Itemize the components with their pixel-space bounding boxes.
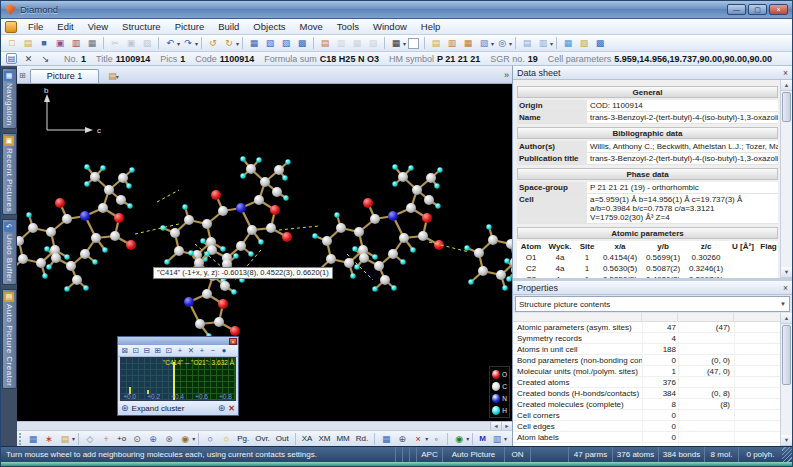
scroll-up-icon[interactable]: ▲ [781,80,792,91]
scroll-down-icon[interactable]: ▼ [781,435,792,446]
menu-edit[interactable]: Edit [50,20,80,33]
properties-scrollbar[interactable]: ▲ ▼ [780,313,792,446]
bond-tool-icon[interactable]: ∘ [429,432,443,446]
scrollbar-thumb[interactable] [782,325,791,385]
dropdown-caret-icon[interactable]: ▾ [466,435,469,442]
add-neighbours-icon[interactable]: + [175,346,185,356]
atomic-table-row[interactable]: O14a10.4154(4)0.5699(1)0.30260 [517,252,778,263]
stop-icon[interactable]: ✕ [228,404,235,413]
picture-template-icon[interactable]: ▤ [58,432,72,446]
close-button[interactable]: × [769,4,788,15]
reduce-cluster-icon[interactable]: ⊟ [142,346,152,356]
view-pane-left-icon[interactable]: ▤ [520,36,534,50]
fill-unit-cell-icon[interactable]: ⊗ [162,432,176,446]
molecule-rendering[interactable]: bc [17,84,512,421]
pointer-mode-icon[interactable]: ◎ [495,36,509,50]
decrease-radius-icon[interactable]: − [208,346,218,356]
tab-picture-1[interactable]: Picture 1 [30,69,100,83]
delete-mode-icon[interactable]: × [411,432,425,446]
dropdown-caret-icon[interactable]: ▾ [177,40,180,47]
new-picture-button[interactable]: ▤▾ [105,71,122,81]
auto-picture-icon[interactable]: ⊛ [218,403,226,413]
sidebar-tab-undo-buffer[interactable]: ↶Undo Buffer [2,219,17,285]
cut-icon[interactable]: ✂ [108,36,122,50]
frame-cluster-icon[interactable]: ⊡ [164,346,174,356]
settings-gear-icon[interactable]: ⊛ [121,403,129,413]
redo-icon[interactable]: ↷ [181,36,195,50]
dropdown-caret-icon[interactable]: ▾ [509,40,512,47]
save-icon[interactable]: ■ [37,36,51,50]
picture-wizard-icon[interactable]: ∗ [42,432,56,446]
cell-window-icon[interactable]: ▦ [379,432,393,446]
add-atoms-icon[interactable]: + [99,432,113,446]
walk-mode-icon[interactable]: ⊙ [130,432,144,446]
data-brief-icon[interactable]: ▤ [6,53,17,64]
mini-window-close-icon[interactable]: × [229,338,237,345]
rotate-about-molecule[interactable]: XM [316,434,332,443]
new-document-icon[interactable]: □ [5,36,19,50]
scroll-up-icon[interactable]: ▲ [781,313,792,324]
sidebar-tab-navigation[interactable]: ▦Navigation [2,68,17,129]
paste-icon[interactable]: ▨ [140,36,154,50]
picture-log-icon[interactable]: ▥ [490,432,504,446]
dropdown-caret-icon[interactable]: ▾ [236,40,239,47]
properties-close-icon[interactable]: × [783,283,788,293]
update-globe-icon[interactable]: ● [219,346,229,356]
paste-picture-icon[interactable]: ▥ [334,36,348,50]
scroll-right-icon[interactable]: ► [501,422,512,430]
menu-move[interactable]: Move [293,20,330,33]
fit-to-page[interactable]: Pg. [235,434,251,443]
dropdown-caret-icon[interactable]: ▾ [504,435,507,442]
structure-table-icon[interactable]: ▦ [26,432,40,446]
menu-file[interactable]: File [21,20,50,33]
picture-from-template-icon[interactable]: ▧ [263,36,277,50]
undo-icon[interactable]: ↶ [163,36,177,50]
dropdown-caret-icon[interactable]: ▾ [491,40,494,47]
minimize-button[interactable]: — [727,4,746,15]
menu-tools[interactable]: Tools [330,20,366,33]
maximize-button[interactable]: ▢ [748,4,767,15]
zoom-circle-icon[interactable]: ○ [203,432,217,446]
rotate-continuous[interactable]: Rd. [354,434,370,443]
dropdown-caret-icon[interactable]: ▾ [192,435,195,442]
sidebar-tab-auto-picture-creator[interactable]: ▤Auto Picture Creator [2,289,17,389]
color-picker-icon[interactable]: ◉ [452,432,466,446]
menu-build[interactable]: Build [211,20,246,33]
rotate-about-axes[interactable]: XA [300,434,315,443]
destroy-mode-icon[interactable]: ◇ [83,432,97,446]
complete-molecules-icon[interactable]: ⊡ [131,346,141,356]
scene-settings-icon[interactable]: ▩ [593,36,607,50]
open-icon[interactable]: ▤ [21,36,35,50]
dropdown-caret-icon[interactable]: ▾ [425,435,428,442]
dropdown-caret-icon[interactable]: ▾ [72,435,75,442]
dropdown-caret-icon[interactable]: ▾ [403,40,406,47]
data-sheet-close-icon[interactable]: × [783,68,788,78]
menu-window[interactable]: Window [366,20,414,33]
sidebar-tab-recent-pictures[interactable]: ▣Recent Pictures [2,133,17,215]
structure-canvas[interactable]: bc "C414" (-1+x, y, z): -0.6013(8), 0.45… [17,84,512,421]
canvas-horizontal-scrollbar[interactable]: ◄ ► [17,421,512,430]
render-mode-icon[interactable]: ▦ [561,36,575,50]
menu-picture[interactable]: Picture [168,20,212,33]
menu-view[interactable]: View [81,20,115,33]
properties-selector[interactable]: Structure picture contents ▼ [515,296,790,312]
menu-help[interactable]: Help [414,20,448,33]
increase-radius-icon[interactable]: + [197,346,207,356]
target-mode-icon[interactable]: ◉ [178,432,192,446]
grow-molecules-icon[interactable]: ⊕ [146,432,160,446]
new-picture-icon[interactable]: ▤ [429,36,443,50]
break-contacts-icon[interactable]: ⊠ [120,346,130,356]
move-mode-icon[interactable]: ⊕ [395,432,409,446]
next-picture-icon[interactable]: ▦ [461,36,475,50]
data-sheet-scrollbar[interactable]: ▲ ▼ [780,80,792,278]
copy-picture-icon[interactable]: ▤ [318,36,332,50]
menu-objects[interactable]: Objects [246,20,292,33]
table-view-icon[interactable]: ▦ [389,36,403,50]
expand-cluster-icon[interactable]: ⊞ [153,346,163,356]
view-pane-bottom-icon[interactable]: ▥ [536,36,550,50]
photorealistic-mode-icon[interactable]: ▨ [577,36,591,50]
history-back-icon[interactable]: ↺ [206,36,220,50]
atomic-table-row[interactable]: C24a10.5630(5)0.5087(2)0.3246(1) [517,263,778,274]
pane-layout-icon[interactable]: ⊞ [19,71,26,80]
rotate-molecule-mode[interactable]: MM [334,434,351,443]
